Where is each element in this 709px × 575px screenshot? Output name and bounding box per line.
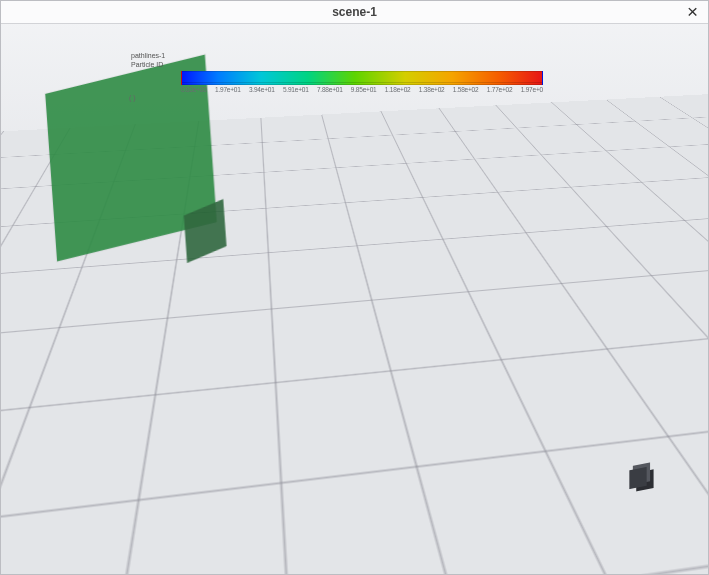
scene-viewport-window: scene-1 × — [0, 0, 709, 575]
orientation-cube[interactable] — [629, 467, 646, 489]
context-submenu-edit[interactable]: contour-1mesh-1scene-1 — [477, 291, 575, 359]
legend-unit: ( pascal ) — [131, 555, 591, 562]
3d-viewport[interactable]: pathlines-1 Particle ID 0.00e+001.97e+01… — [1, 23, 708, 574]
context-menu-item[interactable]: Info — [357, 270, 479, 292]
context-menu-item[interactable]: Copy Selection — [357, 493, 479, 515]
legend-tick: 1.97e+01 — [215, 86, 241, 93]
context-menu-item[interactable]: Create — [357, 390, 479, 412]
context-menu-item[interactable]: Delete — [357, 341, 479, 363]
legend-ticks: 0.00e+001.97e+013.94e+015.91e+017.88e+01… — [181, 86, 543, 93]
titlebar: scene-1 × — [1, 1, 708, 24]
context-menu-item[interactable]: Color by — [357, 417, 479, 439]
nav-arrow-icon[interactable] — [672, 504, 702, 528]
context-submenu-item[interactable]: scene-1 — [478, 336, 574, 358]
legend-ticks: -4.76e+02-4.00e+02-3.24e+02-2.48e+02-1.7… — [131, 547, 563, 554]
legend-field: Particle ID — [131, 60, 551, 69]
context-submenu-item[interactable]: contour-1 — [478, 292, 574, 314]
legend-colorbar — [131, 534, 563, 546]
legend-tick: -1.72e+02 — [297, 547, 325, 554]
svg-point-4 — [659, 491, 665, 497]
legend-tick: -9.56e+01 — [339, 547, 367, 554]
legend-tick: 5.66e+01 — [422, 547, 448, 554]
legend-tick: 1.97e+0 — [521, 86, 543, 93]
context-menu-item[interactable]: Modify Zones — [357, 368, 479, 390]
legend-colorbar — [181, 71, 543, 83]
menu-separator — [359, 490, 477, 491]
legend-tick: -3.24e+02 — [214, 547, 242, 554]
axis-label-z: Z — [642, 446, 648, 456]
legend-unit: ( ) — [129, 94, 551, 101]
close-icon[interactable]: × — [687, 2, 698, 22]
context-menu-item[interactable]: Copy — [357, 319, 479, 341]
axis-label-x: X — [612, 498, 618, 508]
legend-tick: 5.91e+01 — [283, 86, 309, 93]
context-menu-item[interactable]: Paste Selection — [357, 515, 479, 537]
context-menu[interactable]: InfoEditCopyDeleteModify ZonesCreateColo… — [356, 269, 480, 538]
axis-triad[interactable]: X Y Z — [610, 446, 680, 516]
color-legend-pathlines: pathlines-1 Particle ID 0.00e+001.97e+01… — [131, 51, 551, 101]
legend-tick: 1.33e+02 — [462, 547, 488, 554]
legend-tick: 2.84e+0 — [541, 547, 563, 554]
menu-separator — [359, 294, 477, 295]
legend-tick: 9.85e+01 — [351, 86, 377, 93]
legend-tick: -4.00e+02 — [173, 547, 201, 554]
context-menu-item[interactable]: Edit — [357, 297, 479, 319]
legend-tick: -4.76e+02 — [131, 547, 159, 554]
legend-tick: 7.88e+01 — [317, 86, 343, 93]
legend-name: pathlines-1 — [131, 51, 551, 60]
legend-tick: -2.48e+02 — [256, 547, 284, 554]
menu-separator — [359, 441, 477, 442]
legend-tick: -1.95e+01 — [380, 547, 408, 554]
legend-tick: 3.94e+01 — [249, 86, 275, 93]
menu-separator — [359, 414, 477, 415]
legend-tick: 1.77e+02 — [487, 86, 513, 93]
window-title: scene-1 — [1, 1, 708, 23]
legend-tick: 1.18e+02 — [385, 86, 411, 93]
axis-label-y: Y — [666, 494, 672, 504]
legend-tick: 2.08e+02 — [501, 547, 527, 554]
svg-point-5 — [635, 449, 641, 455]
legend-tick: 0.00e+00 — [181, 86, 207, 93]
legend-tick: 1.58e+02 — [453, 86, 479, 93]
menu-separator — [359, 365, 477, 366]
legend-tick: 1.38e+02 — [419, 86, 445, 93]
context-submenu-item[interactable]: mesh-1 — [478, 314, 574, 336]
context-menu-item[interactable]: Hide — [357, 444, 479, 466]
context-menu-item[interactable]: Clear Selection — [357, 466, 479, 488]
